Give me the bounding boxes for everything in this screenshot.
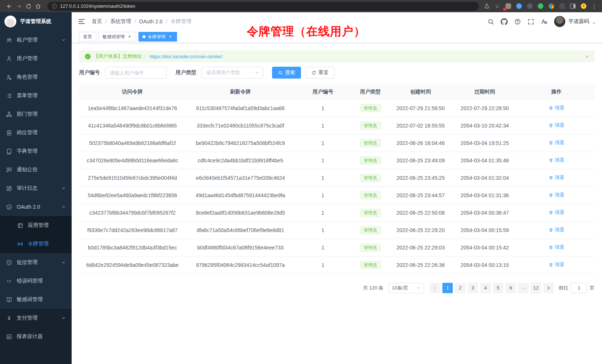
force-logout-button[interactable]: 强退 xyxy=(549,157,565,163)
sidebar-item[interactable]: 短信管理 xyxy=(0,253,72,272)
browser-refresh-icon[interactable] xyxy=(24,1,33,11)
sidebar-toggle-icon[interactable] xyxy=(569,3,576,10)
browser-back-icon[interactable] xyxy=(4,1,14,11)
pagination-page-button[interactable]: 5 xyxy=(493,283,503,293)
force-logout-button[interactable]: 强退 xyxy=(549,122,565,129)
profile-avatar-icon[interactable] xyxy=(580,3,587,10)
force-logout-button[interactable]: 强退 xyxy=(549,209,565,216)
alert-close-icon[interactable]: × xyxy=(585,53,589,60)
goto-page-input[interactable] xyxy=(571,283,587,293)
sidebar-item[interactable]: 敏感词管理 xyxy=(0,290,72,309)
sidebar-item[interactable]: 审计日志 xyxy=(0,179,72,198)
sidebar-item[interactable]: 应用管理 xyxy=(0,216,72,235)
sidebar-item[interactable]: 字典管理 xyxy=(0,142,72,161)
access-token-cell: b0d1785bc3a8482f812db4a3f3bd15ec xyxy=(79,239,186,256)
tab-label: 令牌管理 xyxy=(148,34,166,40)
pagination-page-button[interactable]: 12 xyxy=(531,283,541,293)
pagination-page-button[interactable]: 2 xyxy=(455,283,465,293)
force-logout-button[interactable]: 强退 xyxy=(549,105,565,111)
user-id-input[interactable] xyxy=(105,67,167,79)
extension-green-icon[interactable] xyxy=(537,3,544,10)
trash-icon xyxy=(549,106,553,110)
extension-blue-icon[interactable] xyxy=(516,3,522,10)
sidebar-item[interactable]: 岗位管理 xyxy=(0,123,72,142)
topbar: 首页/系统管理/OAuth 2.0/令牌管理 芋道源码 xyxy=(72,12,602,31)
close-icon[interactable]: × xyxy=(168,34,173,39)
hamburger-icon[interactable] xyxy=(78,17,86,26)
sidebar-item[interactable]: 错误码管理 xyxy=(0,272,72,290)
force-logout-button[interactable]: 强退 xyxy=(549,139,565,146)
browser-forward-icon[interactable] xyxy=(14,1,24,11)
force-logout-button[interactable]: 强退 xyxy=(549,226,565,233)
extension-globe-icon[interactable] xyxy=(526,3,533,10)
sidebar-item-label: 角色管理 xyxy=(17,74,37,80)
doc-link[interactable]: https://doc.iocoder.cn/user-center/ xyxy=(150,54,222,59)
browser-address-bar[interactable]: i 127.0.0.1:1024/system/oauth2/token xyxy=(48,2,479,11)
help-icon[interactable] xyxy=(514,18,521,25)
reset-button[interactable]: 重置 xyxy=(305,67,334,79)
search-button[interactable]: 搜索 xyxy=(272,67,301,79)
share-icon[interactable] xyxy=(483,3,490,10)
bookmark-star-icon[interactable]: ☆ xyxy=(494,3,501,10)
breadcrumb-item[interactable]: 首页 xyxy=(92,18,102,25)
breadcrumb-item[interactable]: 系统管理 xyxy=(110,18,131,25)
force-logout-button[interactable]: 强退 xyxy=(549,174,565,181)
app-logo[interactable]: 芋道管理系统 xyxy=(0,12,72,31)
sidebar-item[interactable]: 部门管理 xyxy=(0,105,72,123)
force-logout-button[interactable]: 强退 xyxy=(549,192,565,198)
access-token-cell: 6d842e2924594de9a09e45e087323abe xyxy=(79,256,186,274)
pagination-page-button[interactable]: 1 xyxy=(442,283,453,293)
sidebar-item-label: 敏感词管理 xyxy=(17,296,43,303)
pagination-page-button[interactable]: 3 xyxy=(468,283,478,293)
tab-active[interactable]: 令牌管理× xyxy=(138,32,177,42)
font-size-icon[interactable] xyxy=(541,18,548,25)
browser-home-icon[interactable] xyxy=(33,1,43,11)
created-time-cell: 2022-07-02 18:55:55 xyxy=(390,117,451,134)
sidebar-item[interactable]: 通知公告 xyxy=(0,161,72,179)
extension-pinwheel-icon[interactable] xyxy=(548,3,554,10)
action-cell: 强退 xyxy=(518,134,595,152)
tab-item[interactable]: 首页 xyxy=(79,32,96,42)
user-type-cell: 管理员 xyxy=(351,152,390,169)
expire-time-cell: 2054-03-04 01:35:48 xyxy=(451,152,518,169)
sidebar-item[interactable]: 支付管理 xyxy=(0,309,72,327)
github-icon[interactable] xyxy=(501,18,508,25)
sidebar-item[interactable]: 菜单管理 xyxy=(0,86,72,105)
force-logout-button[interactable]: 强退 xyxy=(549,244,565,251)
user-icon xyxy=(6,56,12,62)
pagination-next-button[interactable] xyxy=(543,283,554,293)
sidebar-item[interactable]: OAuth 2.0 xyxy=(0,198,72,216)
page-size-select[interactable]: 10条/页 xyxy=(389,283,424,293)
tab-item[interactable]: 敏感词管理× xyxy=(98,32,136,42)
close-icon[interactable]: × xyxy=(127,34,132,39)
user-dropdown[interactable]: 芋道源码 xyxy=(554,16,596,27)
url-text: 127.0.0.1:1024/system/oauth2/token xyxy=(60,4,135,9)
sidebar-item-label: 部门管理 xyxy=(17,111,37,118)
pagination-prev-button[interactable] xyxy=(430,283,440,293)
pagination-page-button[interactable]: 4 xyxy=(480,283,491,293)
sidebar-item-label: 用户管理 xyxy=(17,55,37,62)
action-cell: 强退 xyxy=(518,169,595,186)
extension-box-icon[interactable] xyxy=(505,3,511,10)
sidebar-item[interactable]: 用户管理 xyxy=(0,49,72,68)
sidebar-item[interactable]: 令牌管理 xyxy=(0,235,72,253)
search-icon[interactable] xyxy=(487,18,494,25)
audit-log-icon xyxy=(6,185,12,192)
user-type-select[interactable]: 请选择用户类型 xyxy=(202,67,263,79)
sidebar-item[interactable]: 角色管理 xyxy=(0,68,72,86)
expire-time-cell: 2054-03-04 01:32:04 xyxy=(451,169,518,186)
sidebar-item[interactable]: 报表设计器 xyxy=(0,327,72,346)
sidebar-item-label: 令牌管理 xyxy=(28,241,49,247)
token-signal-icon xyxy=(17,241,23,247)
user-type-cell: 管理员 xyxy=(351,134,390,152)
user-id-cell: 1 xyxy=(295,186,351,204)
extension-dark-icon[interactable] xyxy=(559,3,565,10)
breadcrumb-item[interactable]: OAuth 2.0 xyxy=(139,19,163,24)
fullscreen-icon[interactable] xyxy=(527,18,534,25)
pagination-page-button[interactable]: 6 xyxy=(506,283,516,293)
browser-menu-icon[interactable]: ⋮ xyxy=(591,3,598,10)
sidebar-item[interactable]: 租户管理 xyxy=(0,31,72,49)
site-info-icon[interactable]: i xyxy=(52,4,57,9)
force-logout-button[interactable]: 强退 xyxy=(549,261,565,268)
pagination-more-button[interactable]: ··· xyxy=(518,283,529,293)
